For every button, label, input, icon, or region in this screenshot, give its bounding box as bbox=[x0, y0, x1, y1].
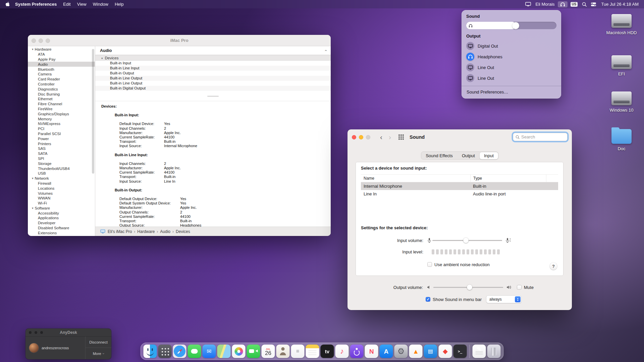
dock-terminal[interactable]: >_ bbox=[453, 345, 467, 358]
dock-safari[interactable] bbox=[173, 345, 186, 358]
dock-finder[interactable] bbox=[144, 345, 157, 358]
sidebar-section-software[interactable]: ▾Software bbox=[28, 206, 95, 211]
input-volume-knob[interactable] bbox=[463, 238, 469, 243]
device-row-built-in-input[interactable]: Built-in Input bbox=[95, 61, 331, 66]
sound-output-line-out[interactable]: Line Out bbox=[466, 62, 556, 72]
minimize-button[interactable] bbox=[34, 331, 38, 334]
split-drag-handle[interactable] bbox=[207, 96, 219, 97]
sidebar-item-accessibility[interactable]: Accessibility bbox=[28, 210, 95, 216]
sidebar-item-bluetooth[interactable]: Bluetooth bbox=[28, 67, 95, 72]
dock-prefs[interactable]: ⚙ bbox=[394, 345, 408, 358]
close-button[interactable] bbox=[352, 135, 356, 139]
dock-anydesk[interactable]: ◆ bbox=[439, 345, 452, 358]
breadcrumb-item-eli-s-imac-pro[interactable]: Eli's iMac Pro bbox=[108, 229, 132, 234]
dock-calendar[interactable]: JUL26 bbox=[262, 345, 275, 358]
sidebar-item-disc-burning[interactable]: Disc Burning bbox=[28, 92, 95, 97]
sidebar-item-firewire[interactable]: FireWire bbox=[28, 107, 95, 112]
input-volume-slider[interactable] bbox=[432, 238, 502, 243]
close-button[interactable] bbox=[29, 331, 32, 334]
sidebar-item-graphics-displays[interactable]: Graphics/Displays bbox=[28, 111, 95, 116]
menubar-clock[interactable]: Tue Jul 26 4:18 AM bbox=[601, 2, 639, 7]
dock-notes[interactable] bbox=[306, 345, 319, 358]
sidebar-item-ata[interactable]: ATA bbox=[28, 52, 95, 57]
sidebar-item-developer[interactable]: Developer bbox=[28, 221, 95, 226]
column-header-name[interactable]: Name bbox=[361, 175, 470, 182]
sidebar-item-controller[interactable]: Controller bbox=[28, 82, 95, 87]
dock-launchpad[interactable] bbox=[158, 345, 172, 358]
dock-facetime[interactable] bbox=[247, 345, 260, 358]
dock-messages[interactable] bbox=[188, 345, 201, 358]
ambient-noise-checkbox[interactable] bbox=[427, 262, 432, 267]
menu-window[interactable]: Window bbox=[93, 2, 108, 7]
sidebar-section-hardware[interactable]: ▾Hardware bbox=[28, 47, 95, 52]
sidebar-item-card-reader[interactable]: Card Reader bbox=[28, 77, 95, 82]
breadcrumb-item-hardware[interactable]: Hardware bbox=[137, 229, 155, 234]
sidebar-item-wi-fi[interactable]: Wi-Fi bbox=[28, 201, 95, 206]
show-sound-menubar-checkbox[interactable] bbox=[426, 297, 430, 302]
mute-checkbox[interactable] bbox=[517, 285, 522, 290]
show-all-grid-icon[interactable] bbox=[398, 134, 404, 140]
desktop-icon-doc[interactable]: Doc bbox=[598, 129, 644, 151]
dock-photos[interactable] bbox=[232, 345, 246, 358]
desktop-icon-efi[interactable]: EFI bbox=[598, 55, 644, 76]
dock-appstore[interactable]: A bbox=[380, 345, 393, 358]
minimize-button[interactable] bbox=[359, 135, 363, 139]
sidebar-item-ethernet[interactable]: Ethernet bbox=[28, 97, 95, 102]
device-row-internal-microphone[interactable]: Internal MicrophoneBuilt-in bbox=[361, 182, 558, 190]
back-button[interactable]: ‹ bbox=[380, 133, 382, 140]
dock-trash[interactable] bbox=[487, 345, 501, 358]
devices-group-row[interactable]: Devices bbox=[95, 55, 331, 61]
help-button[interactable]: ? bbox=[550, 262, 557, 270]
desktop-icon-macintosh-hdd[interactable]: Macintosh HDD bbox=[598, 14, 644, 35]
sidebar-item-wwan[interactable]: WWAN bbox=[28, 196, 95, 201]
sidebar-item-printers[interactable]: Printers bbox=[28, 141, 95, 146]
sidebar-item-disabled-software[interactable]: Disabled Software bbox=[28, 226, 95, 231]
dock-textedit[interactable]: ✎ bbox=[473, 345, 486, 358]
zoom-button[interactable] bbox=[366, 135, 370, 139]
sidebar-item-memory[interactable]: Memory bbox=[28, 116, 95, 121]
dock-mail[interactable]: ✉ bbox=[203, 345, 216, 358]
disconnect-button[interactable]: Disconnect bbox=[86, 337, 111, 348]
sidebar-scrollbar[interactable] bbox=[92, 49, 94, 174]
sidebar-item-audio[interactable]: Audio bbox=[28, 62, 95, 67]
sound-output-digital-out[interactable]: Digital Out bbox=[466, 41, 556, 51]
volume-slider-knob[interactable] bbox=[512, 22, 519, 29]
sidebar-item-pci[interactable]: PCI bbox=[28, 126, 95, 131]
spotlight-icon[interactable] bbox=[582, 2, 587, 7]
screen-mirroring-icon[interactable] bbox=[525, 2, 531, 6]
sidebar-item-camera[interactable]: Camera bbox=[28, 72, 95, 77]
tab-input[interactable]: Input bbox=[480, 152, 498, 159]
keyboard-layout-badge[interactable]: US bbox=[571, 2, 578, 7]
dock-maps[interactable] bbox=[217, 345, 231, 358]
close-button[interactable] bbox=[32, 39, 36, 43]
sidebar-item-fibre-channel[interactable]: Fibre Channel bbox=[28, 102, 95, 107]
breadcrumb-item-devices[interactable]: Devices bbox=[176, 229, 190, 234]
menu-view[interactable]: View bbox=[77, 2, 87, 7]
control-center-icon[interactable] bbox=[591, 2, 596, 6]
sidebar-item-diagnostics[interactable]: Diagnostics bbox=[28, 86, 95, 92]
dock-news[interactable]: N bbox=[365, 345, 378, 358]
tab-output[interactable]: Output bbox=[458, 152, 479, 159]
dock-keynote[interactable]: ▤ bbox=[424, 345, 437, 358]
device-row-built-in-output[interactable]: Built-in Output bbox=[95, 71, 331, 76]
volume-slider[interactable] bbox=[466, 22, 556, 29]
minimize-button[interactable] bbox=[39, 39, 43, 43]
apple-menu[interactable] bbox=[5, 2, 10, 7]
dock-vlc[interactable]: ▲ bbox=[409, 345, 423, 358]
headphones-icon[interactable] bbox=[558, 1, 568, 7]
sidebar-item-parallel-scsi[interactable]: Parallel SCSI bbox=[28, 131, 95, 136]
dock-podcasts[interactable] bbox=[350, 345, 364, 358]
dock-tv[interactable]: tv bbox=[321, 345, 334, 358]
sound-output-headphones[interactable]: Headphones bbox=[466, 52, 556, 62]
sidebar-item-nvmexpress[interactable]: NVMExpress bbox=[28, 121, 95, 126]
sidebar-item-storage[interactable]: Storage bbox=[28, 161, 95, 166]
sidebar-item-usb[interactable]: USB bbox=[28, 171, 95, 176]
sidebar-section-network[interactable]: ▾Network bbox=[28, 176, 95, 181]
device-row-built-in-line-input[interactable]: Built-in Line Input bbox=[95, 66, 331, 71]
device-row-built-in-digital-output[interactable]: Built-in Digital Output bbox=[95, 86, 331, 91]
chevron-up-icon[interactable] bbox=[323, 50, 328, 51]
sidebar-item-apple-pay[interactable]: Apple Pay bbox=[28, 57, 95, 62]
device-row-built-in-line-output[interactable]: Built-in Line Output bbox=[95, 76, 331, 81]
sidebar-item-extensions[interactable]: Extensions bbox=[28, 230, 95, 235]
sidebar-item-volumes[interactable]: Volumes bbox=[28, 191, 95, 196]
